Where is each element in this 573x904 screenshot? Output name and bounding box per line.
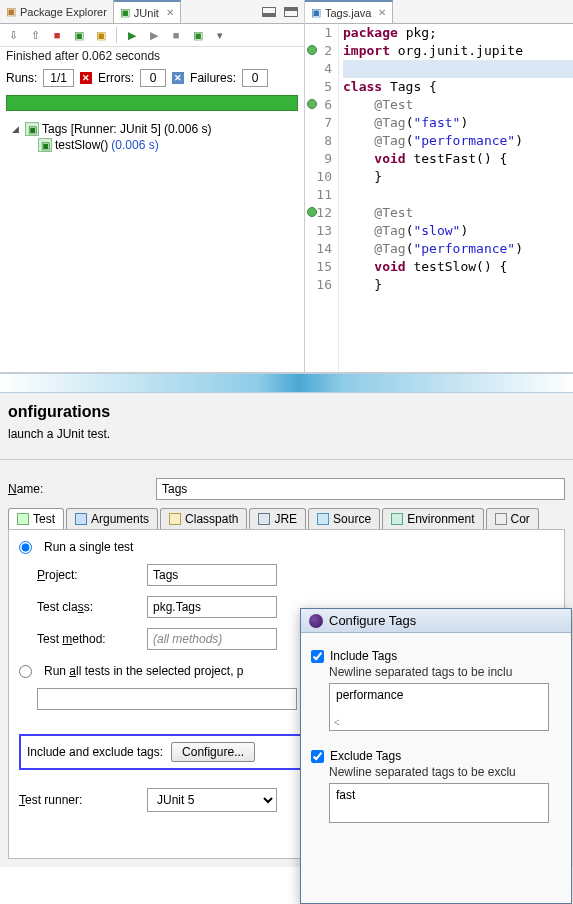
name-label: Name:	[8, 482, 148, 496]
editor-tab-tags[interactable]: ▣ Tags.java ✕	[305, 0, 393, 23]
test-runner-label: Test runner:	[19, 793, 139, 807]
stop-icon[interactable]: ■	[50, 28, 64, 42]
eclipse-icon	[309, 614, 323, 628]
line-number: 8	[305, 132, 332, 150]
prev-failure-icon[interactable]: ⇧	[28, 28, 42, 42]
line-number: 12	[305, 204, 332, 222]
import-marker-icon[interactable]	[307, 45, 317, 55]
java-file-icon: ▣	[311, 6, 321, 19]
arguments-tab-icon	[75, 513, 87, 525]
tree-child-row[interactable]: ▣ testSlow() (0.006 s)	[4, 137, 300, 153]
dialog-title: onfigurations	[0, 403, 573, 427]
test-ok-icon: ▣	[38, 138, 52, 152]
junit-counters: Runs: 1/1 ✕ Errors: 0 ✕ Failures: 0	[0, 65, 304, 91]
tab-environment-label: Environment	[407, 512, 474, 526]
tree-root-label: Tags [Runner: JUnit 5] (0.006 s)	[42, 122, 211, 136]
include-tags-checkbox-row[interactable]: Include Tags	[311, 649, 561, 663]
tab-test[interactable]: Test	[8, 508, 64, 529]
test-ok-icon: ▣	[25, 122, 39, 136]
tree-root-row[interactable]: ◢ ▣ Tags [Runner: JUnit 5] (0.006 s)	[4, 121, 300, 137]
line-number: 16	[305, 276, 332, 294]
run-single-radio[interactable]	[19, 541, 32, 554]
rerun-failed-icon[interactable]: ▣	[94, 28, 108, 42]
tab-source[interactable]: Source	[308, 508, 380, 529]
minimize-view-icon[interactable]	[262, 7, 276, 17]
tab-arguments[interactable]: Arguments	[66, 508, 158, 529]
errors-value: 0	[140, 69, 166, 87]
project-label: Project:	[19, 568, 139, 582]
line-number: 5	[305, 78, 332, 96]
tab-common[interactable]: Cor	[486, 508, 539, 529]
tab-common-label: Cor	[511, 512, 530, 526]
line-number: 10	[305, 168, 332, 186]
code-editor[interactable]: 1 2 4 5 6 7 8 9 10 11 12 13 14 15 16 pac…	[305, 24, 573, 372]
config-tab-bar: Test Arguments Classpath JRE Source Envi…	[8, 508, 565, 530]
line-number: 7	[305, 114, 332, 132]
rerun-icon[interactable]: ▣	[72, 28, 86, 42]
close-icon[interactable]: ✕	[378, 7, 386, 18]
window-titlebar[interactable]: Configure Tags	[301, 609, 571, 633]
line-gutter: 1 2 4 5 6 7 8 9 10 11 12 13 14 15 16	[305, 24, 339, 372]
name-input[interactable]	[156, 478, 565, 500]
include-tags-checkbox[interactable]	[311, 650, 324, 663]
tab-package-explorer-label: Package Explorer	[20, 6, 107, 18]
exclude-tags-textarea[interactable]: fast	[329, 783, 549, 823]
view-tab-bar: ▣ Package Explorer ▣ JUnit ✕	[0, 0, 304, 24]
junit-panel: ▣ Package Explorer ▣ JUnit ✕ ⇩ ⇧ ■ ▣ ▣ ▶…	[0, 0, 305, 372]
next-failure-icon[interactable]: ⇩	[6, 28, 20, 42]
run-all-radio[interactable]	[19, 665, 32, 678]
tab-classpath-label: Classpath	[185, 512, 238, 526]
stop-junit-icon[interactable]: ■	[169, 28, 183, 42]
tab-jre[interactable]: JRE	[249, 508, 306, 529]
failures-label: Failures:	[190, 71, 236, 85]
tab-environment[interactable]: Environment	[382, 508, 483, 529]
failure-badge-icon: ✕	[172, 72, 184, 84]
history-icon[interactable]: ▣	[191, 28, 205, 42]
line-number: 2	[305, 42, 332, 60]
test-class-input[interactable]	[147, 596, 277, 618]
tab-junit-label: JUnit	[134, 7, 159, 19]
maximize-view-icon[interactable]	[284, 7, 298, 17]
jre-tab-icon	[258, 513, 270, 525]
test-method-label: Test method:	[19, 632, 139, 646]
junit-toolbar: ⇩ ⇧ ■ ▣ ▣ ▶ ▶ ■ ▣ ▾	[0, 24, 304, 47]
project-input[interactable]	[147, 564, 277, 586]
run-single-radio-row[interactable]: Run a single test	[19, 540, 554, 554]
project-scope-input[interactable]	[37, 688, 297, 710]
runs-label: Runs:	[6, 71, 37, 85]
method-marker-icon[interactable]	[307, 99, 317, 109]
tree-child-label: testSlow()	[55, 138, 108, 152]
line-number: 1	[305, 24, 332, 42]
test-progress-bar	[6, 95, 298, 111]
exclude-tags-checkbox[interactable]	[311, 750, 324, 763]
test-runner-select[interactable]: JUnit 5	[147, 788, 277, 812]
separator	[116, 27, 117, 43]
close-icon[interactable]: ✕	[166, 7, 174, 18]
relaunch-failed-icon[interactable]: ▶	[147, 28, 161, 42]
package-explorer-icon: ▣	[6, 5, 16, 18]
scroll-left-icon[interactable]: <	[334, 717, 340, 728]
include-exclude-label: Include and exclude tags:	[27, 745, 163, 759]
tab-junit[interactable]: ▣ JUnit ✕	[114, 0, 181, 23]
tab-classpath[interactable]: Classpath	[160, 508, 247, 529]
include-tags-textarea[interactable]: performance <	[329, 683, 549, 731]
code-body[interactable]: package pkg; import org.junit.jupite cla…	[339, 24, 573, 372]
exclude-tags-checkbox-row[interactable]: Exclude Tags	[311, 749, 561, 763]
tab-package-explorer[interactable]: ▣ Package Explorer	[0, 0, 114, 23]
line-number: 13	[305, 222, 332, 240]
tab-source-label: Source	[333, 512, 371, 526]
exclude-tags-hint: Newline separated tags to be exclu	[329, 765, 561, 779]
tree-expand-icon[interactable]: ◢	[12, 124, 22, 134]
configure-tags-button[interactable]: Configure...	[171, 742, 255, 762]
view-menu-icon[interactable]: ▾	[213, 28, 227, 42]
line-number: 11	[305, 186, 332, 204]
method-marker-icon[interactable]	[307, 207, 317, 217]
exclude-tags-value: fast	[336, 788, 355, 802]
classpath-tab-icon	[169, 513, 181, 525]
source-tab-icon	[317, 513, 329, 525]
test-method-input[interactable]: (all methods)	[147, 628, 277, 650]
common-tab-icon	[495, 513, 507, 525]
window-title-text: Configure Tags	[329, 613, 416, 628]
test-tree: ◢ ▣ Tags [Runner: JUnit 5] (0.006 s) ▣ t…	[0, 117, 304, 157]
relaunch-icon[interactable]: ▶	[125, 28, 139, 42]
